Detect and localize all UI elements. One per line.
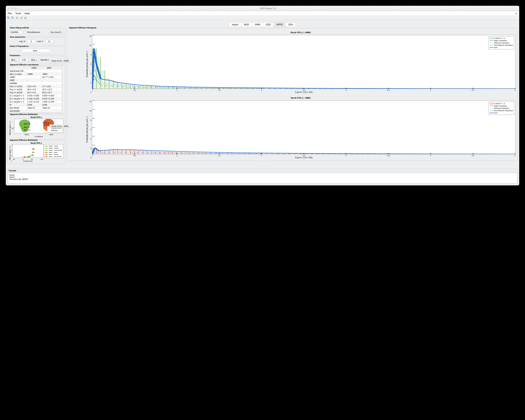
- close-icon[interactable]: [8, 7, 10, 9]
- populations-group: Select # Populations best: [7, 46, 65, 55]
- svg-rect-122: [189, 153, 194, 154]
- table-row[interactable]: D₂ ± sd [µm² s⁻¹]0.148 ± 0.0330.532 ± 0.…: [9, 97, 62, 100]
- window-title: SMTracker 1.5: [19, 7, 517, 10]
- hist-title: Apparent Diffusion Histogram: [68, 27, 97, 29]
- menu-file[interactable]: File: [8, 12, 12, 15]
- bins-plus-button[interactable]: Bins +: [29, 58, 39, 62]
- calc-group: Apparent Diffusion calculations +MMC -MM…: [7, 65, 65, 113]
- svg-rect-43: [118, 83, 122, 89]
- simultaneous-checkbox[interactable]: [24, 31, 26, 33]
- axes-title: Axes parameters: [9, 36, 26, 38]
- fitting-method-select[interactable]: GAMMA: [9, 30, 22, 34]
- svg-rect-46: [130, 85, 134, 89]
- chart2-area[interactable]: D with R² <= 0 Static Population Diffusi…: [92, 100, 516, 154]
- svg-line-1: [9, 18, 9, 19]
- svg-rect-50: [147, 86, 151, 89]
- table-row[interactable]: -MMC--: [9, 79, 62, 82]
- svg-rect-52: [156, 86, 160, 89]
- splitter-icon[interactable]: ⋮⋮⋮: [7, 165, 518, 167]
- svg-rect-112: [147, 151, 151, 154]
- table-row[interactable]: Pop 2 ± sd [%]30.4 ± 6.046.2 ± 10.3: [9, 88, 62, 91]
- maxx-label: max X: [19, 40, 25, 43]
- left-panel: Select fitting method GAMMA Simultaneous…: [7, 28, 65, 164]
- maxx-input[interactable]: [27, 40, 35, 43]
- bubble-xlabel: Conditions: [14, 136, 63, 137]
- tab-sqd[interactable]: SQD: [263, 22, 274, 27]
- bubble-ylabel: Diffusion [µm² s⁻¹]: [9, 119, 11, 137]
- tab-appd[interactable]: APPD: [273, 22, 286, 27]
- menu-help[interactable]: Help: [24, 12, 30, 15]
- pops-title: Select # Populations: [9, 45, 29, 47]
- chart2-legend: D with R² <= 0 Static Population Diffusi…: [489, 102, 514, 115]
- svg-rect-55: [169, 87, 173, 89]
- table-row[interactable]: stars / p-value+MMC-MMC: [9, 73, 62, 76]
- toolbar: [6, 16, 519, 20]
- svg-rect-42: [113, 82, 118, 89]
- right-panel: Apparent Diffusion Histogram Redo fit fo…: [66, 28, 518, 164]
- run-best-fit-button[interactable]: Run best fit: [48, 30, 63, 34]
- console-body[interactable]: Done! Done! You are in tab "APPD": [8, 173, 517, 183]
- dock-icon[interactable]: ↘: [515, 12, 517, 15]
- pan-icon[interactable]: [15, 16, 19, 19]
- menu-tools[interactable]: Tools: [15, 12, 21, 15]
- titlebar: SMTracker 1.5: [6, 6, 519, 11]
- table-row[interactable]: Significantly Differe...: [9, 70, 62, 73]
- table-row[interactable]: Pop 1 ± sd [%]19.8 ± 4.93.7 ± 10.5: [9, 85, 62, 88]
- app-window: SMTracker 1.5 File Tools Help ↘ Import M…: [6, 6, 519, 185]
- svg-rect-45: [126, 85, 130, 89]
- chart2-xlabel: D [µm²s⁻¹] (N = 260): [92, 156, 516, 159]
- zoom-out-icon[interactable]: [11, 16, 14, 19]
- data-cursor-icon[interactable]: [24, 16, 27, 19]
- bins-minus-button[interactable]: Bins -: [9, 58, 19, 62]
- calc-title: Apparent Diffusion calculations: [9, 64, 40, 66]
- svg-rect-44: [122, 84, 126, 89]
- table-row[interactable]: R²0.9850.995: [9, 103, 62, 107]
- tab-sda[interactable]: SDA: [285, 22, 296, 27]
- redo-fit-plus-button[interactable]: Redo fit for: +MMC: [49, 59, 72, 63]
- populations-select[interactable]: best: [22, 49, 51, 52]
- zoom-icon[interactable]: [15, 7, 17, 9]
- chart1-area[interactable]: D with R² <= 0 Static Population Diffusi…: [92, 35, 516, 89]
- calc-table[interactable]: +MMC -MMC Significantly Differe...stars …: [9, 66, 62, 113]
- svg-line-5: [13, 18, 14, 19]
- table-row[interactable]: D₁ ± sd [µm² s⁻¹]0.018 ± 0.0030.038 ± 0.…: [9, 94, 62, 97]
- svg-rect-120: [181, 153, 185, 154]
- table-scrollbar[interactable]: [62, 66, 65, 113]
- svg-rect-127: [211, 153, 215, 154]
- svg-rect-136: [249, 154, 253, 154]
- table-row[interactable]: GAMMA: [9, 82, 62, 85]
- params-title: Parameters: [9, 55, 21, 56]
- table-row[interactable]: GAUSSIAN: [9, 110, 62, 113]
- svg-rect-106: [122, 150, 126, 154]
- tab-msd[interactable]: MSD: [241, 22, 252, 27]
- tab-gmm[interactable]: GMM: [252, 22, 263, 27]
- bubble-plot-title: RecN-YFPᵥ1: [9, 116, 63, 119]
- table-row[interactable]: +MMC-(lv) *** / 0.000...: [9, 76, 62, 79]
- table-row[interactable]: Pop 3 ± sd [%]49.7 ± 5.550.0 ± 10.7: [9, 91, 62, 94]
- bins-value-input[interactable]: [20, 58, 28, 62]
- table-row[interactable]: D₃ ± sd [µm² s⁻¹]1.176 ± 0.1101.943 ± 0.…: [9, 100, 62, 103]
- fitting-group: Select fitting method GAMMA Simultaneous…: [7, 28, 65, 36]
- svg-rect-132: [232, 154, 236, 154]
- table-row[interactable]: Best ModelTriple FitTriple Fit: [9, 107, 62, 110]
- svg-rect-138: [257, 154, 262, 154]
- svg-rect-108: [130, 150, 134, 154]
- bubble2-xlabel: Fraction [%]: [12, 160, 43, 162]
- minimize-icon[interactable]: [11, 7, 13, 9]
- svg-rect-48: [139, 86, 143, 89]
- chart1-ylabel: Probability density [per µm²s⁻¹]: [86, 35, 88, 93]
- bubble2-chart[interactable]: [12, 144, 43, 158]
- tab-import[interactable]: Import: [229, 22, 241, 27]
- axes-group: Axes parameters max X max Y: [7, 37, 65, 46]
- redo-fit-minus-button[interactable]: Redo fit for: -MMC: [49, 124, 71, 128]
- svg-rect-66: [215, 88, 219, 89]
- simultaneous-label: Simultaneous: [27, 31, 40, 33]
- bubble-ytick: 100: [11, 127, 14, 129]
- rotate-icon[interactable]: [20, 16, 23, 19]
- svg-rect-110: [139, 151, 143, 154]
- bubble-title: Apparent Diffusion Bubbleplot: [9, 113, 38, 115]
- bubble2-title: Apparent Diffusion Bubbleplot: [9, 139, 38, 141]
- menubar: File Tools Help ↘: [6, 11, 519, 16]
- zoom-in-icon[interactable]: [7, 16, 10, 19]
- maxy-input[interactable]: [45, 40, 53, 43]
